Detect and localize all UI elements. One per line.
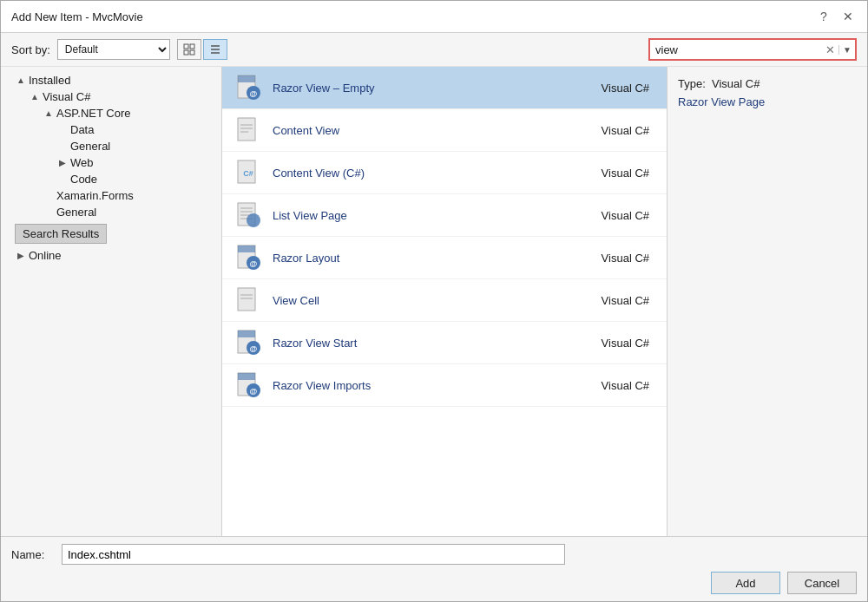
grid-icon <box>183 43 195 56</box>
sidebar-item-label: ASP.NET Core <box>56 107 131 120</box>
item-icon-razor-view-imports: @ <box>233 370 264 401</box>
type-label: Type: <box>678 77 706 90</box>
razor-empty-icon: @ <box>234 74 262 101</box>
item-icon-razor-layout: @ <box>233 242 264 273</box>
item-name: Content View <box>273 124 602 137</box>
item-category: Visual C# <box>602 294 649 307</box>
sidebar-item-installed[interactable]: ▲ Installed <box>1 72 221 88</box>
toolbar: Sort by: Default Name Type <box>1 33 867 67</box>
list-icon <box>209 43 221 56</box>
item-name: Content View (C#) <box>273 167 602 180</box>
expand-icon <box>43 190 55 202</box>
sort-by-label: Sort by: <box>11 43 50 56</box>
sidebar-item-asp-net-core[interactable]: ▲ ASP.NET Core <box>1 105 221 121</box>
item-category: Visual C# <box>602 167 649 180</box>
dialog-title: Add New Item - MvcMovie <box>11 10 143 23</box>
sidebar-item-label: Visual C# <box>43 90 90 103</box>
view-toggle <box>177 39 227 60</box>
sidebar-item-label: Installed <box>29 74 70 87</box>
close-button[interactable]: ✕ <box>839 8 857 25</box>
sidebar-item-label: Code <box>70 173 97 186</box>
item-row[interactable]: @ Razor View Start Visual C# <box>222 322 667 364</box>
list-view-page-icon <box>234 201 262 229</box>
sort-select[interactable]: Default Name Type <box>57 39 170 60</box>
item-icon-content-view-csharp: C# <box>233 157 264 188</box>
sidebar-item-general2[interactable]: General <box>1 204 221 220</box>
item-category: Visual C# <box>602 379 649 392</box>
search-input[interactable] <box>650 43 822 56</box>
expand-icon <box>56 141 69 153</box>
view-cell-icon <box>234 286 262 314</box>
svg-point-22 <box>247 213 260 227</box>
title-bar: Add New Item - MvcMovie ? ✕ <box>1 1 867 33</box>
item-category: Visual C# <box>602 337 649 350</box>
sidebar-item-label: General <box>56 206 96 219</box>
name-label: Name: <box>11 548 55 561</box>
item-row[interactable]: C# Content View (C#) Visual C# <box>222 152 667 194</box>
sidebar-item-online[interactable]: ▶ Online <box>1 247 221 264</box>
item-category: Visual C# <box>602 82 649 95</box>
sidebar-item-label: Data <box>70 123 94 136</box>
type-value: Visual C# <box>712 77 760 90</box>
content-view-csharp-icon: C# <box>234 159 262 186</box>
svg-rect-3 <box>190 50 194 55</box>
grid-view-button[interactable] <box>177 39 201 60</box>
cancel-button[interactable]: Cancel <box>787 572 857 594</box>
sidebar-item-label: General <box>70 140 110 153</box>
svg-text:C#: C# <box>243 169 253 178</box>
sidebar-item-code[interactable]: Code <box>1 171 221 187</box>
search-dropdown-button[interactable]: ▼ <box>838 45 855 55</box>
expand-icon: ▶ <box>15 250 27 262</box>
item-row[interactable]: @ Razor View – Empty Visual C# <box>222 67 667 109</box>
name-row: Name: <box>11 544 857 565</box>
sidebar-item-label: Web <box>70 156 94 169</box>
item-icon-razor-view-empty: @ <box>233 72 264 103</box>
sidebar-item-visual-csharp[interactable]: ▲ Visual C# <box>1 88 221 105</box>
svg-rect-31 <box>238 330 255 337</box>
item-icon-list-view-page <box>233 200 264 231</box>
search-results-button[interactable]: Search Results <box>15 224 107 244</box>
expand-icon: ▲ <box>43 108 55 120</box>
help-button[interactable]: ? <box>815 8 832 25</box>
expand-icon <box>56 173 69 186</box>
razor-view-start-icon: @ <box>234 329 262 357</box>
svg-text:@: @ <box>250 387 258 396</box>
item-row[interactable]: @ Razor Layout Visual C# <box>222 237 667 279</box>
item-icon-content-view <box>233 115 264 146</box>
item-row[interactable]: Content View Visual C# <box>222 109 667 152</box>
item-name: Razor View – Empty <box>273 82 602 95</box>
info-type: Type: Visual C# <box>678 77 857 90</box>
sidebar-item-general[interactable]: General <box>1 138 221 154</box>
svg-text:@: @ <box>250 259 258 268</box>
item-row[interactable]: List View Page Visual C# <box>222 194 667 237</box>
svg-rect-35 <box>238 373 255 380</box>
add-button[interactable]: Add <box>711 572 780 594</box>
item-name: List View Page <box>273 209 602 222</box>
svg-rect-2 <box>184 50 188 55</box>
item-icon-razor-view-start: @ <box>233 327 264 358</box>
svg-text:@: @ <box>250 89 258 98</box>
name-input[interactable] <box>62 544 565 565</box>
svg-rect-11 <box>238 118 255 141</box>
item-row[interactable]: View Cell Visual C# <box>222 279 667 322</box>
svg-text:@: @ <box>250 344 258 353</box>
item-icon-view-cell <box>233 285 264 316</box>
expand-icon: ▶ <box>56 157 69 169</box>
content-view-icon <box>234 116 262 144</box>
search-clear-button[interactable]: ✕ <box>822 43 838 56</box>
sidebar: ▲ Installed ▲ Visual C# ▲ ASP.NET Core D… <box>1 67 222 536</box>
search-box: ✕ ▼ <box>648 38 857 61</box>
sidebar-item-web[interactable]: ▶ Web <box>1 154 221 171</box>
svg-rect-8 <box>238 75 255 82</box>
svg-rect-24 <box>238 245 255 252</box>
item-row[interactable]: @ Razor View Imports Visual C# <box>222 364 667 407</box>
sidebar-item-xamarin-forms[interactable]: Xamarin.Forms <box>1 187 221 204</box>
item-name: View Cell <box>273 294 602 307</box>
expand-icon: ▲ <box>29 91 41 103</box>
item-category: Visual C# <box>602 252 649 265</box>
list-view-button[interactable] <box>203 39 227 60</box>
razor-layout-icon: @ <box>234 244 262 272</box>
sidebar-item-label: Xamarin.Forms <box>56 189 134 202</box>
razor-view-imports-icon: @ <box>234 371 262 399</box>
sidebar-item-data[interactable]: Data <box>1 121 221 138</box>
